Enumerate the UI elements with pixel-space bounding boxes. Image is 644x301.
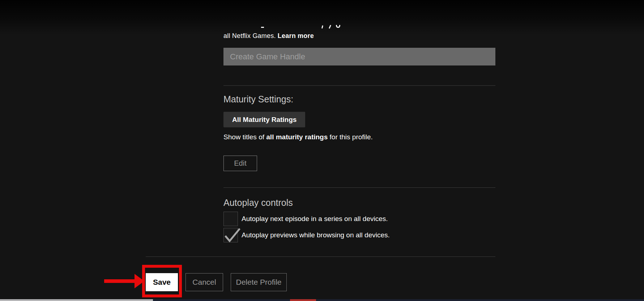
maturity-description-prefix: Show titles of	[223, 133, 266, 141]
delete-profile-button[interactable]: Delete Profile	[231, 273, 287, 291]
maturity-settings-title: Maturity Settings:	[223, 94, 293, 105]
game-handle-input[interactable]	[223, 48, 495, 65]
netflix-edit-profile-page: all Netflix Games. Learn more Maturity S…	[0, 0, 644, 301]
games-description: all Netflix Games. Learn more	[223, 32, 314, 40]
games-description-text: all Netflix Games.	[223, 32, 278, 39]
autoplay-previews-label: Autoplay previews while browsing on all …	[242, 228, 390, 242]
autoplay-controls-title: Autoplay controls	[223, 198, 293, 208]
section-divider	[223, 187, 495, 188]
footer-divider	[146, 257, 495, 257]
autoplay-previews-checkbox[interactable]	[223, 228, 238, 242]
maturity-description-suffix: for this profile.	[328, 133, 373, 141]
red-arrow-head-icon	[135, 274, 144, 288]
maturity-rating-badge: All Maturity Ratings	[223, 112, 305, 127]
save-button[interactable]: Save	[146, 273, 178, 291]
top-shadow-gradient	[0, 0, 644, 34]
autoplay-next-episode-checkbox[interactable]	[223, 212, 238, 226]
maturity-description-bold: all maturity ratings	[266, 133, 328, 141]
learn-more-link[interactable]: Learn more	[278, 32, 314, 39]
section-divider	[223, 85, 495, 86]
maturity-description: Show titles of all maturity ratings for …	[223, 133, 373, 141]
cancel-button[interactable]: Cancel	[185, 273, 223, 291]
checkmark-icon	[223, 226, 240, 243]
autoplay-next-episode-label: Autoplay next episode in a series on all…	[242, 212, 388, 226]
bottom-edge-strip	[0, 299, 644, 301]
clipped-text-fragment	[261, 27, 264, 28]
bottom-strip-red-segment	[290, 299, 316, 301]
edit-maturity-button[interactable]: Edit	[223, 156, 257, 171]
red-arrow-right-icon	[104, 279, 135, 283]
bottom-strip-light-segment	[0, 299, 153, 301]
